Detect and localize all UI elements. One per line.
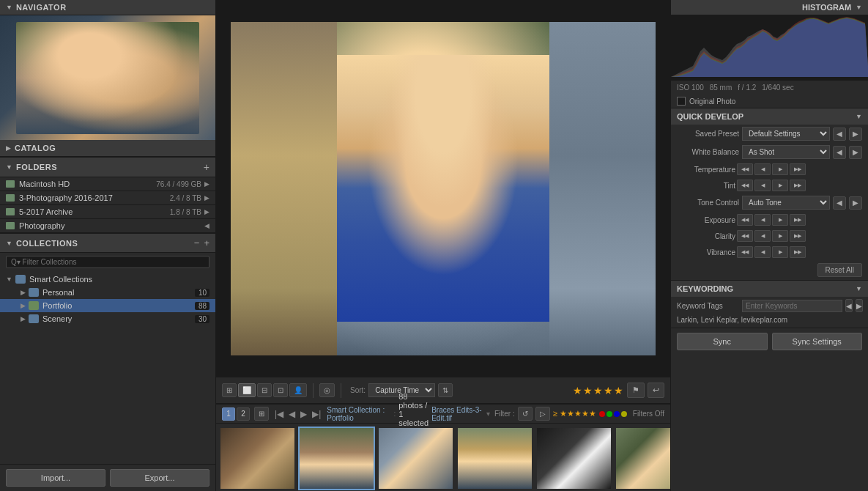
shutter-speed: 1/640 sec bbox=[762, 84, 793, 92]
exp-inc-inc[interactable]: ▶▶ bbox=[790, 214, 806, 226]
filmstrip-next-button[interactable]: ▶ bbox=[299, 409, 308, 419]
white-balance-prev[interactable]: ◀ bbox=[833, 146, 846, 159]
keywording-header[interactable]: Keywording ▼ bbox=[671, 281, 868, 297]
check-button[interactable]: ↩ bbox=[648, 383, 664, 398]
saved-preset-next[interactable]: ▶ bbox=[849, 128, 862, 141]
tone-control-select[interactable]: Auto Tone bbox=[742, 196, 830, 210]
temp-dec-dec[interactable]: ◀◀ bbox=[737, 163, 753, 175]
tint-inc[interactable]: ▶ bbox=[772, 180, 788, 191]
exp-inc[interactable]: ▶ bbox=[772, 214, 788, 226]
vib-inc[interactable]: ▶ bbox=[772, 246, 788, 258]
vib-dec-dec[interactable]: ◀◀ bbox=[737, 246, 753, 258]
navigator-header[interactable]: ▼ Navigator bbox=[0, 0, 215, 15]
thumbnail-2[interactable] bbox=[298, 427, 375, 490]
white-balance-next[interactable]: ▶ bbox=[849, 146, 862, 159]
reset-all-row: Reset All bbox=[671, 260, 868, 280]
collections-plus-button[interactable]: + bbox=[204, 237, 209, 248]
green-filter[interactable] bbox=[607, 411, 612, 417]
star-rating[interactable]: ★★★★★ bbox=[573, 385, 624, 396]
catalog-header[interactable]: ▶ Catalog bbox=[0, 140, 215, 157]
thumbnail-1[interactable] bbox=[219, 427, 296, 490]
tone-control-row: Tone Control Auto Tone ◀ ▶ bbox=[671, 193, 868, 212]
filter-nav-button[interactable]: ▷ bbox=[535, 407, 550, 421]
thumbnail-5[interactable] bbox=[535, 427, 612, 490]
folder-item-macintosh[interactable]: Macintosh HD 76.4 / 499 GB ▶ bbox=[0, 177, 215, 191]
keyword-prev-button[interactable]: ◀ bbox=[845, 299, 853, 312]
thumbnail-3[interactable] bbox=[377, 427, 454, 490]
exposure-buttons: ◀◀ ◀ ▶ ▶▶ bbox=[737, 214, 806, 226]
yellow-filter[interactable] bbox=[621, 411, 627, 417]
tone-prev[interactable]: ◀ bbox=[833, 196, 846, 210]
clar-dec[interactable]: ◀ bbox=[754, 230, 771, 242]
collection-item-scenery[interactable]: ▶ Scenery 30 bbox=[0, 312, 215, 325]
filmstrip-prev-prev-button[interactable]: |◀ bbox=[273, 409, 285, 419]
blue-filter[interactable] bbox=[614, 411, 620, 417]
collection-item-personal[interactable]: ▶ Personal 10 bbox=[0, 286, 215, 299]
saved-preset-prev[interactable]: ◀ bbox=[833, 128, 846, 141]
people-view-button[interactable]: 👤 bbox=[289, 383, 307, 397]
collection-breadcrumb[interactable]: Smart Collection : Portfolio bbox=[327, 406, 390, 422]
collection-icon bbox=[29, 314, 39, 323]
histogram-header[interactable]: Histogram ▼ bbox=[671, 0, 868, 15]
reset-all-button[interactable]: Reset All bbox=[817, 263, 862, 277]
page-1-button[interactable]: 1 bbox=[222, 407, 235, 421]
temp-dec[interactable]: ◀ bbox=[754, 163, 771, 175]
quick-develop-header[interactable]: Quick Develop ▼ bbox=[671, 108, 868, 125]
collections-header[interactable]: ▼ Collections − + bbox=[0, 234, 215, 253]
tone-next[interactable]: ▶ bbox=[849, 196, 862, 210]
clar-inc-inc[interactable]: ▶▶ bbox=[790, 230, 806, 242]
filmstrip-grid-button[interactable]: ⊞ bbox=[254, 407, 269, 421]
filename-link[interactable]: Braces Edits-3-Edit.tif bbox=[431, 406, 483, 422]
keyword-tags-input[interactable] bbox=[742, 300, 842, 312]
collection-item-portfolio[interactable]: ▶ Portfolio 88 bbox=[0, 299, 215, 312]
survey-view-button[interactable]: ⊡ bbox=[273, 383, 288, 397]
collections-filter-input[interactable] bbox=[6, 256, 209, 268]
page-2-button[interactable]: 2 bbox=[237, 407, 250, 421]
quick-develop-section: Quick Develop ▼ Saved Preset Default Set… bbox=[671, 108, 868, 281]
sync-button[interactable]: Sync bbox=[677, 333, 768, 350]
smart-collections-header[interactable]: ▼ Smart Collections bbox=[0, 273, 215, 286]
folders-add-button[interactable]: + bbox=[204, 161, 209, 173]
saved-preset-select[interactable]: Default Settings bbox=[742, 127, 830, 141]
import-button[interactable]: Import... bbox=[6, 469, 105, 487]
clar-inc[interactable]: ▶ bbox=[772, 230, 788, 242]
tint-dec-dec[interactable]: ◀◀ bbox=[737, 180, 753, 191]
exp-dec-dec[interactable]: ◀◀ bbox=[737, 214, 753, 226]
clar-dec-dec[interactable]: ◀◀ bbox=[737, 230, 753, 242]
sync-row: Sync Sync Settings bbox=[671, 328, 868, 355]
temp-inc-inc[interactable]: ▶▶ bbox=[790, 163, 806, 175]
white-balance-select[interactable]: As Shot Auto Daylight bbox=[742, 145, 830, 159]
folders-header[interactable]: ▼ Folders + bbox=[0, 158, 215, 177]
thumbnail-4[interactable] bbox=[456, 427, 533, 490]
keyword-next-button[interactable]: ▶ bbox=[856, 299, 863, 312]
vib-dec[interactable]: ◀ bbox=[754, 246, 771, 258]
smart-collections-label: Smart Collections bbox=[29, 275, 92, 284]
red-filter[interactable] bbox=[599, 411, 605, 417]
tint-dec[interactable]: ◀ bbox=[754, 180, 771, 191]
main-photo-area[interactable] bbox=[216, 0, 670, 377]
flag-button[interactable]: ⚑ bbox=[627, 383, 645, 398]
sync-settings-button[interactable]: Sync Settings bbox=[772, 333, 863, 350]
folder-item-photography[interactable]: Photography ◀ bbox=[0, 219, 215, 233]
white-balance-label: White Balance bbox=[677, 148, 739, 156]
export-button[interactable]: Export... bbox=[110, 469, 209, 487]
temp-inc[interactable]: ▶ bbox=[772, 163, 788, 175]
original-photo-checkbox[interactable] bbox=[677, 97, 686, 106]
filename-arrow: ▾ bbox=[486, 410, 490, 418]
exp-dec[interactable]: ◀ bbox=[754, 214, 771, 226]
loupe-view-button[interactable]: ⬜ bbox=[238, 383, 256, 397]
folder-item-archive[interactable]: 5-2017 Archive 1.8 / 8 TB ▶ bbox=[0, 205, 215, 219]
filter-refresh-button[interactable]: ↺ bbox=[518, 407, 533, 421]
filmstrip-prev-button[interactable]: ◀ bbox=[287, 409, 297, 419]
filmstrip-next-next-button[interactable]: ▶| bbox=[311, 409, 322, 419]
vib-inc-inc[interactable]: ▶▶ bbox=[790, 246, 806, 258]
vibrance-label: Vibrance bbox=[677, 248, 735, 256]
thumbnail-6[interactable] bbox=[615, 427, 670, 490]
white-balance-row: White Balance As Shot Auto Daylight ◀ ▶ bbox=[671, 143, 868, 161]
compare-view-button[interactable]: ⊟ bbox=[257, 383, 272, 397]
collections-minus-button[interactable]: − bbox=[194, 237, 200, 248]
grid-view-button[interactable]: ⊞ bbox=[222, 383, 237, 397]
collections-title: Collections bbox=[16, 239, 78, 248]
tint-inc-inc[interactable]: ▶▶ bbox=[790, 180, 806, 191]
folder-item-photography2016[interactable]: 3-Photography 2016-2017 2.4 / 8 TB ▶ bbox=[0, 191, 215, 205]
